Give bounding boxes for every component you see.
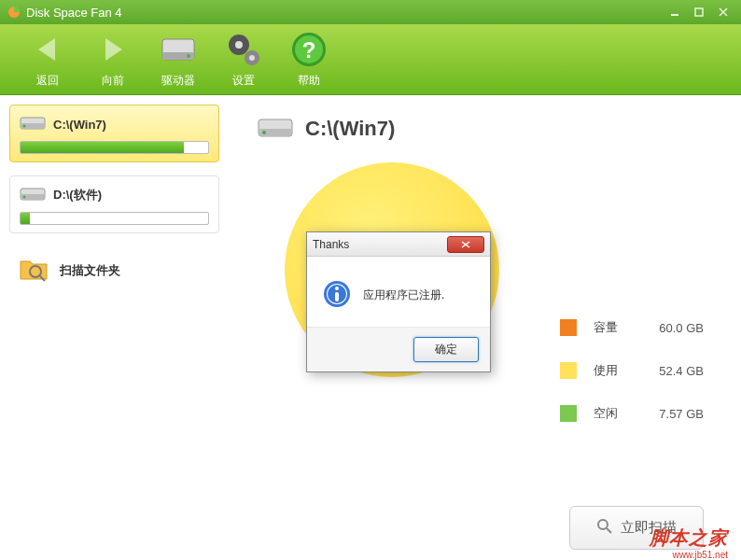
scan-folder-label: 扫描文件夹 bbox=[60, 262, 120, 279]
svg-point-7 bbox=[187, 54, 190, 58]
drive-usage-bar bbox=[20, 212, 209, 225]
legend-value: 7.57 GB bbox=[648, 407, 704, 421]
legend-capacity: 容量 60.0 GB bbox=[560, 319, 704, 336]
legend: 容量 60.0 GB 使用 52.4 GB 空闲 7.57 GB bbox=[560, 319, 704, 448]
svg-rect-34 bbox=[335, 292, 339, 301]
dialog-title-text: Thanks bbox=[313, 238, 349, 251]
drive-icon bbox=[20, 113, 46, 135]
svg-point-20 bbox=[23, 196, 26, 199]
legend-label: 容量 bbox=[594, 319, 631, 336]
forward-icon bbox=[93, 30, 133, 69]
dialog-close-button[interactable] bbox=[447, 236, 484, 253]
svg-line-27 bbox=[607, 528, 611, 533]
dialog-ok-button[interactable]: 确定 bbox=[413, 337, 479, 362]
close-button[interactable] bbox=[713, 5, 734, 20]
drive-label: D:\(软件) bbox=[53, 187, 102, 203]
drive-usage-bar bbox=[20, 141, 209, 154]
sidebar-drive-c[interactable]: C:\(Win7) bbox=[9, 105, 219, 162]
svg-rect-2 bbox=[695, 8, 703, 16]
page-title: C:\(Win7) bbox=[305, 117, 395, 141]
watermark-url: www.jb51.net bbox=[673, 550, 728, 560]
legend-label: 空闲 bbox=[594, 405, 631, 422]
svg-point-17 bbox=[23, 125, 26, 128]
info-icon bbox=[322, 279, 352, 312]
dialog-message: 应用程序已注册. bbox=[363, 287, 444, 303]
close-icon bbox=[460, 240, 471, 249]
folder-search-icon bbox=[19, 256, 50, 285]
svg-point-26 bbox=[598, 520, 608, 529]
svg-point-11 bbox=[249, 55, 255, 61]
svg-point-33 bbox=[335, 287, 339, 290]
drive-label: C:\(Win7) bbox=[53, 118, 106, 132]
drives-label: 驱动器 bbox=[161, 73, 195, 89]
settings-label: 设置 bbox=[232, 73, 255, 89]
back-icon bbox=[28, 30, 67, 69]
drive-icon bbox=[20, 184, 46, 206]
watermark-text: 脚本之家 bbox=[650, 525, 728, 551]
titlebar: Disk Space Fan 4 bbox=[0, 0, 741, 24]
drive-icon bbox=[257, 114, 294, 144]
legend-value: 52.4 GB bbox=[648, 364, 704, 378]
sidebar: C:\(Win7) D:\(软件) 扫描文件夹 bbox=[0, 95, 229, 560]
legend-swatch bbox=[560, 362, 577, 379]
drives-button[interactable]: 驱动器 bbox=[159, 30, 198, 89]
sidebar-drive-d[interactable]: D:\(软件) bbox=[9, 175, 219, 233]
app-title: Disk Space Fan 4 bbox=[26, 6, 122, 20]
legend-label: 使用 bbox=[594, 362, 631, 379]
maximize-button[interactable] bbox=[689, 5, 709, 20]
legend-free: 空闲 7.57 GB bbox=[560, 405, 704, 422]
legend-swatch bbox=[560, 319, 577, 336]
gear-icon bbox=[224, 30, 263, 69]
dialog-titlebar[interactable]: Thanks bbox=[307, 232, 490, 257]
search-icon bbox=[596, 518, 613, 538]
minimize-button[interactable] bbox=[664, 5, 685, 20]
svg-point-9 bbox=[235, 41, 243, 49]
back-button[interactable]: 返回 bbox=[28, 30, 67, 89]
legend-value: 60.0 GB bbox=[648, 321, 704, 335]
forward-label: 向前 bbox=[102, 73, 124, 89]
svg-text:?: ? bbox=[302, 37, 316, 63]
scan-folder-button[interactable]: 扫描文件夹 bbox=[9, 246, 219, 294]
svg-point-25 bbox=[262, 131, 266, 134]
app-logo-icon bbox=[7, 6, 21, 19]
help-label: 帮助 bbox=[298, 73, 320, 89]
forward-button[interactable]: 向前 bbox=[93, 30, 133, 89]
legend-swatch bbox=[560, 405, 577, 422]
back-label: 返回 bbox=[36, 73, 59, 89]
help-icon: ? bbox=[289, 30, 329, 69]
help-button[interactable]: ? 帮助 bbox=[289, 30, 329, 89]
settings-button[interactable]: 设置 bbox=[224, 30, 263, 89]
toolbar: 返回 向前 驱动器 设置 ? 帮助 bbox=[0, 24, 741, 95]
drives-icon bbox=[159, 30, 198, 69]
legend-used: 使用 52.4 GB bbox=[560, 362, 704, 379]
dialog: Thanks 应用程序已注册. 确定 bbox=[306, 231, 491, 372]
